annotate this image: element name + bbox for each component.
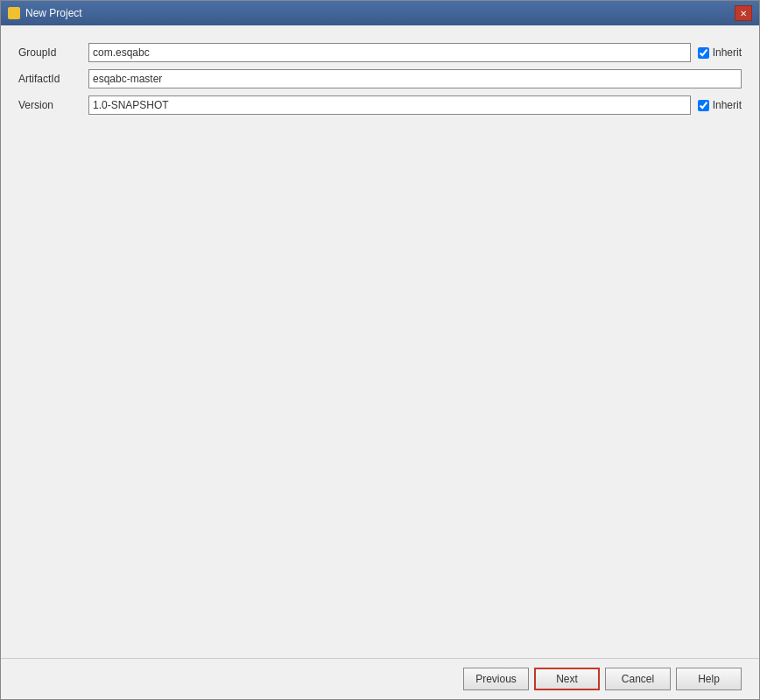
version-row: Version Inherit [18, 95, 742, 115]
artifact-id-label: ArtifactId [18, 73, 88, 85]
version-inherit-wrapper: Inherit [698, 99, 742, 111]
window-icon [8, 7, 20, 19]
group-id-inherit-wrapper: Inherit [698, 46, 742, 59]
group-id-inherit-checkbox[interactable] [698, 47, 709, 59]
artifact-id-row: ArtifactId [18, 69, 742, 88]
close-button[interactable]: ✕ [735, 5, 752, 21]
window-title: New Project [25, 7, 82, 19]
title-bar-text: New Project [8, 7, 82, 19]
group-id-inherit-label: Inherit [713, 46, 742, 59]
group-id-input[interactable] [88, 43, 691, 62]
footer: Previous Next Cancel Help [1, 658, 759, 699]
content-area: GroupId Inherit ArtifactId Version Inher… [1, 25, 759, 658]
version-input[interactable] [88, 95, 691, 115]
artifact-id-input[interactable] [88, 69, 742, 88]
version-inherit-checkbox[interactable] [698, 100, 709, 111]
group-id-row: GroupId Inherit [18, 43, 742, 62]
previous-button[interactable]: Previous [463, 668, 529, 690]
version-inherit-label: Inherit [713, 99, 742, 111]
title-bar-controls: ✕ [735, 5, 752, 21]
group-id-label: GroupId [18, 46, 88, 59]
cancel-button[interactable]: Cancel [605, 668, 671, 690]
dialog-window: New Project ✕ GroupId Inherit ArtifactId… [0, 0, 760, 700]
version-label: Version [18, 99, 88, 111]
help-button[interactable]: Help [676, 668, 742, 690]
title-bar: New Project ✕ [1, 1, 759, 25]
next-button[interactable]: Next [534, 668, 600, 690]
